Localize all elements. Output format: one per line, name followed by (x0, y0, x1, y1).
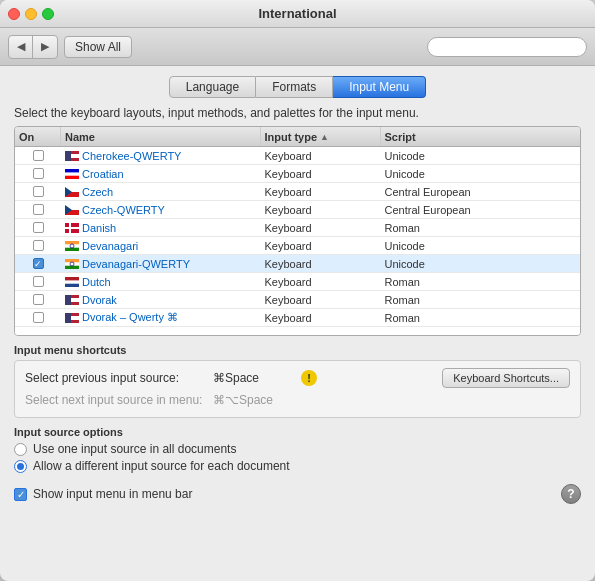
row-script: Central European (381, 201, 581, 218)
svg-rect-25 (65, 277, 79, 280)
radio-diff-source-button[interactable] (14, 460, 27, 473)
table-row: Czech-QWERTYKeyboardCentral European (15, 201, 580, 219)
checkbox-cell[interactable] (15, 273, 61, 290)
tab-input-menu[interactable]: Input Menu (333, 76, 426, 98)
radio-one-source-label: Use one input source in all documents (33, 442, 236, 456)
radio-diff-source[interactable]: Allow a different input source for each … (14, 459, 581, 473)
row-input-type: Keyboard (261, 165, 381, 182)
checkbox-cell[interactable] (15, 291, 61, 308)
show-menu-label: Show input menu in menu bar (33, 487, 192, 501)
radio-one-source-button[interactable] (14, 443, 27, 456)
window: International ◀ ▶ Show All Language Form… (0, 0, 595, 581)
row-checkbox[interactable] (33, 222, 44, 233)
svg-rect-14 (65, 227, 79, 229)
options-section: Input source options Use one input sourc… (14, 426, 581, 476)
row-input-type: Keyboard (261, 201, 381, 218)
checkbox-cell[interactable] (15, 165, 61, 182)
row-name: Devanagari (61, 237, 261, 254)
options-title: Input source options (14, 426, 581, 438)
row-input-type: Keyboard (261, 237, 381, 254)
table-row: Dvorak – Qwerty ⌘KeyboardRoman (15, 309, 580, 327)
checkbox-cell[interactable] (15, 147, 61, 164)
table-row: DevanagariKeyboardUnicode (15, 237, 580, 255)
checkbox-cell[interactable] (15, 237, 61, 254)
content: Language Formats Input Menu Select the k… (0, 66, 595, 581)
keyboard-shortcuts-button[interactable]: Keyboard Shortcuts... (442, 368, 570, 388)
row-checkbox[interactable]: ✓ (33, 258, 44, 269)
row-checkbox[interactable] (33, 186, 44, 197)
row-name: Danish (61, 219, 261, 236)
table-body: Cherokee-QWERTYKeyboardUnicodeCroatianKe… (15, 147, 580, 336)
shortcuts-section: Input menu shortcuts Select previous inp… (14, 344, 581, 418)
col-input-type[interactable]: Input type ▲ (261, 127, 381, 146)
next-shortcut-key: ⌘⌥Space (213, 393, 293, 407)
row-checkbox[interactable] (33, 150, 44, 161)
previous-shortcut-key: ⌘Space (213, 371, 293, 385)
show-all-button[interactable]: Show All (64, 36, 132, 58)
svg-rect-2 (65, 151, 71, 161)
table-row: DanishKeyboardRoman (15, 219, 580, 237)
row-checkbox[interactable] (33, 240, 44, 251)
row-script: Unicode (381, 255, 581, 272)
row-script: Roman (381, 309, 581, 326)
table-row: ✓Devanagari-QWERTYKeyboardUnicode (15, 255, 580, 273)
row-name: Czech-QWERTY (61, 201, 261, 218)
row-checkbox[interactable] (33, 294, 44, 305)
checkbox-cell[interactable]: ✓ (15, 255, 61, 272)
tab-formats[interactable]: Formats (256, 76, 333, 98)
row-name: Croatian (61, 165, 261, 182)
show-menu-row[interactable]: ✓ Show input menu in menu bar (14, 487, 192, 501)
window-title: International (258, 6, 336, 21)
row-checkbox[interactable] (33, 204, 44, 215)
forward-button[interactable]: ▶ (33, 36, 57, 58)
keyboard-table: On Name Input type ▲ Script Cherokee-QWE… (14, 126, 581, 336)
row-checkbox[interactable] (33, 168, 44, 179)
radio-diff-source-label: Allow a different input source for each … (33, 459, 290, 473)
bottom-bar: ✓ Show input menu in menu bar ? (14, 484, 581, 504)
col-script[interactable]: Script (381, 127, 581, 146)
previous-shortcut-label: Select previous input source: (25, 371, 205, 385)
table-row: CroatianKeyboardUnicode (15, 165, 580, 183)
row-script: Roman (381, 219, 581, 236)
tab-language[interactable]: Language (169, 76, 256, 98)
back-button[interactable]: ◀ (9, 36, 33, 58)
svg-rect-31 (65, 313, 71, 323)
tab-bar: Language Formats Input Menu (14, 76, 581, 98)
row-checkbox[interactable] (33, 312, 44, 323)
row-input-type: Keyboard (261, 291, 381, 308)
shortcuts-box: Select previous input source: ⌘Space ! K… (14, 360, 581, 418)
minimize-button[interactable] (25, 8, 37, 20)
table-row: Cherokee-QWERTYKeyboardUnicode (15, 147, 580, 165)
description-text: Select the keyboard layouts, input metho… (14, 106, 581, 120)
row-script: Central European (381, 183, 581, 200)
traffic-lights (8, 8, 54, 20)
table-header: On Name Input type ▲ Script (15, 127, 580, 147)
toolbar: ◀ ▶ Show All (0, 28, 595, 66)
row-checkbox[interactable] (33, 276, 44, 287)
col-name[interactable]: Name (61, 127, 261, 146)
row-name: Cherokee-QWERTY (61, 147, 261, 164)
nav-buttons: ◀ ▶ (8, 35, 58, 59)
row-input-type: Keyboard (261, 183, 381, 200)
row-name: Dutch (61, 273, 261, 290)
checkbox-cell[interactable] (15, 309, 61, 326)
maximize-button[interactable] (42, 8, 54, 20)
close-button[interactable] (8, 8, 20, 20)
col-on: On (15, 127, 61, 146)
checkbox-cell[interactable] (15, 183, 61, 200)
checkbox-cell[interactable] (15, 219, 61, 236)
row-name: Dvorak – Qwerty ⌘ (61, 309, 261, 326)
row-script: Unicode (381, 147, 581, 164)
table-row: DutchKeyboardRoman (15, 273, 580, 291)
show-menu-checkbox[interactable]: ✓ (14, 488, 27, 501)
row-input-type: Keyboard (261, 273, 381, 290)
checkbox-cell[interactable] (15, 201, 61, 218)
title-bar: International (0, 0, 595, 28)
search-input[interactable] (427, 37, 587, 57)
row-script: Unicode (381, 237, 581, 254)
help-button[interactable]: ? (561, 484, 581, 504)
sort-arrow-icon: ▲ (320, 132, 329, 142)
row-input-type: Keyboard (261, 309, 381, 326)
radio-one-source[interactable]: Use one input source in all documents (14, 442, 581, 456)
next-shortcut-row: Select next input source in menu: ⌘⌥Spac… (25, 389, 570, 411)
